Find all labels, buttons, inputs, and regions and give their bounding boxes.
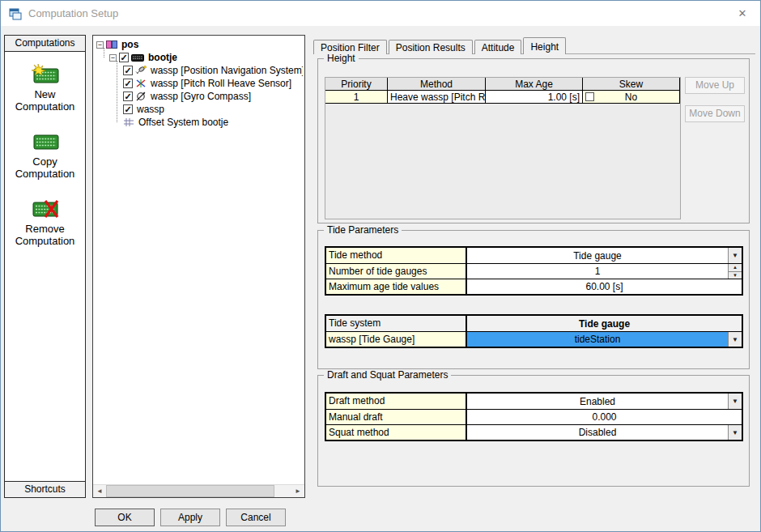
computation-icon <box>106 40 117 49</box>
squat-method-value[interactable]: Disabled <box>467 425 728 440</box>
tide-system-col: Tide system <box>326 316 467 331</box>
tide-station-dropdown[interactable]: ▼ <box>728 332 742 347</box>
bootje-checkbox[interactable]: ✓ <box>119 53 129 62</box>
sidebar-item-remove-computation[interactable]: Remove Computation <box>7 198 83 247</box>
node-checkbox[interactable]: ✓ <box>123 104 133 114</box>
new-computation-icon <box>31 63 60 85</box>
sidebar-item-copy-computation[interactable]: Copy Computation <box>7 130 83 180</box>
col-priority: Priority <box>325 78 388 91</box>
tide-system-table: Tide system Tide gauge wassp [Tide Gauge… <box>325 314 743 348</box>
draft-group-title: Draft and Squat Parameters <box>324 369 451 381</box>
close-icon[interactable]: ✕ <box>725 1 760 26</box>
tree-label-bootje[interactable]: bootje <box>147 52 179 63</box>
tree-node-offset-system[interactable]: Offset System bootje <box>96 116 303 129</box>
apply-button[interactable]: Apply <box>160 509 220 526</box>
shortcuts-button[interactable]: Shortcuts <box>4 481 86 498</box>
move-down-button[interactable]: Move Down <box>685 105 745 122</box>
squat-method-dropdown[interactable]: ▼ <box>728 425 742 440</box>
param-label: Number of tide gauges <box>326 264 467 279</box>
tab-position-results[interactable]: Position Results <box>389 40 473 54</box>
draft-method-value[interactable]: Enabled <box>467 394 728 409</box>
scrollbar-thumb[interactable] <box>106 485 274 497</box>
tide-parameters-group: Tide Parameters Tide method Tide gauge ▼… <box>317 230 750 369</box>
tree-label[interactable]: wassp [Position Navigation System] <box>149 65 303 76</box>
param-label: Squat method <box>326 425 467 440</box>
horizontal-scrollbar: ◄ ► <box>93 484 304 497</box>
sidebar-item-new-computation[interactable]: New Computation <box>7 63 83 113</box>
tree-label[interactable]: wassp <box>135 104 166 115</box>
height-group: Height Priority Method Max Age Skew 1 He… <box>317 58 750 223</box>
computations-header-button[interactable]: Computations <box>4 35 86 52</box>
spin-up-icon[interactable]: ▲ <box>729 264 742 271</box>
gyro-compass-icon <box>135 92 147 101</box>
tree-node-position-system[interactable]: ✓ wassp [Position Navigation System] <box>96 64 303 77</box>
max-age-tide-value[interactable]: 60.00 [s] <box>467 279 742 294</box>
height-grid: Priority Method Max Age Skew 1 Heave was… <box>325 77 681 219</box>
tree-node-bootje[interactable]: − ✓ bootje <box>96 51 303 64</box>
tide-method-dropdown[interactable]: ▼ <box>728 248 742 263</box>
chevron-down-icon: ▼ <box>732 398 738 405</box>
tree-node-pos[interactable]: − pos <box>96 38 303 51</box>
param-row-draft-method: Draft method Enabled ▼ <box>326 394 742 409</box>
chevron-down-icon: ▼ <box>732 252 738 259</box>
node-checkbox[interactable]: ✓ <box>123 92 133 101</box>
pitch-roll-heave-icon <box>135 79 147 88</box>
sidebar-item-label: New Computation <box>7 88 83 113</box>
tab-attitude[interactable]: Attitude <box>474 40 522 54</box>
computations-sidebar: Computations New Computation <box>4 35 86 498</box>
sidebar-item-label: Copy Computation <box>7 155 83 180</box>
computation-tree: − pos − ✓ bootje ✓ wassp [Position <box>96 38 303 483</box>
param-label: Maximum age tide values <box>326 279 467 294</box>
node-checkbox[interactable]: ✓ <box>123 79 133 88</box>
scrollbar-track[interactable] <box>274 485 291 497</box>
tree-label-pos[interactable]: pos <box>120 39 140 50</box>
max-age-cell[interactable]: 1.00 [s] <box>486 91 583 104</box>
offset-system-icon <box>123 117 134 127</box>
tree-label[interactable]: wassp [Gyro Compass] <box>149 91 253 102</box>
tide-station-select[interactable]: tideStation <box>467 332 728 347</box>
collapse-icon[interactable]: − <box>96 41 104 49</box>
tide-gauge-col: Tide gauge <box>467 316 742 331</box>
draft-squat-group: Draft and Squat Parameters Draft method … <box>317 375 750 487</box>
table-header-row: Priority Method Max Age Skew <box>325 78 680 91</box>
tide-group-title: Tide Parameters <box>324 224 402 236</box>
tide-params-table: Tide method Tide gauge ▼ Number of tide … <box>325 246 743 296</box>
skew-cell[interactable]: No <box>583 91 680 104</box>
window-title: Computation Setup <box>28 7 118 19</box>
scroll-left-icon[interactable]: ◄ <box>93 485 106 497</box>
spin-down-icon[interactable]: ▼ <box>729 271 742 279</box>
tide-system-label: wassp [Tide Gauge] <box>326 332 467 347</box>
tide-method-value[interactable]: Tide gauge <box>467 248 728 263</box>
collapse-icon[interactable]: − <box>109 54 117 62</box>
move-up-button[interactable]: Move Up <box>685 77 745 94</box>
method-cell[interactable]: Heave wassp [Pitch R <box>388 91 486 104</box>
ok-button[interactable]: OK <box>95 509 155 526</box>
tab-height[interactable]: Height <box>523 37 566 54</box>
computation-tree-panel: − pos − ✓ bootje ✓ wassp [Position <box>92 35 305 498</box>
manual-draft-value[interactable]: 0.000 <box>467 410 742 424</box>
tree-label[interactable]: Offset System bootje <box>137 117 230 128</box>
param-row-max-age: Maximum age tide values 60.00 [s] <box>326 279 742 294</box>
col-max-age: Max Age <box>486 78 583 91</box>
tree-node-pitch-roll-heave[interactable]: ✓ wassp [Pitch Roll Heave Sensor] <box>96 77 303 90</box>
col-method: Method <box>388 78 486 91</box>
tree-node-wassp[interactable]: ✓ wassp <box>96 103 303 116</box>
node-checkbox[interactable]: ✓ <box>123 66 133 75</box>
skew-checkbox[interactable] <box>585 92 594 101</box>
sidebar-body: New Computation Copy Computation <box>4 52 86 481</box>
scroll-right-icon[interactable]: ► <box>291 485 304 497</box>
tree-label[interactable]: wassp [Pitch Roll Heave Sensor] <box>149 78 293 89</box>
tide-gauges-value[interactable]: 1 <box>467 264 728 279</box>
tree-node-gyro-compass[interactable]: ✓ wassp [Gyro Compass] <box>96 90 303 103</box>
app-icon <box>9 7 22 20</box>
position-nav-system-icon <box>135 66 147 75</box>
cancel-button[interactable]: Cancel <box>226 509 286 526</box>
tab-position-filter[interactable]: Position Filter <box>313 40 387 54</box>
tab-strip: Position Filter Position Results Attitud… <box>313 37 755 54</box>
tide-gauges-spinner[interactable]: ▲ ▼ <box>728 264 742 279</box>
draft-method-dropdown[interactable]: ▼ <box>728 394 742 409</box>
remove-computation-icon <box>31 198 60 219</box>
priority-cell[interactable]: 1 <box>325 91 388 104</box>
skew-value: No <box>625 92 637 103</box>
computation-setup-window: Computation Setup ✕ Computations New Com… <box>0 0 761 532</box>
